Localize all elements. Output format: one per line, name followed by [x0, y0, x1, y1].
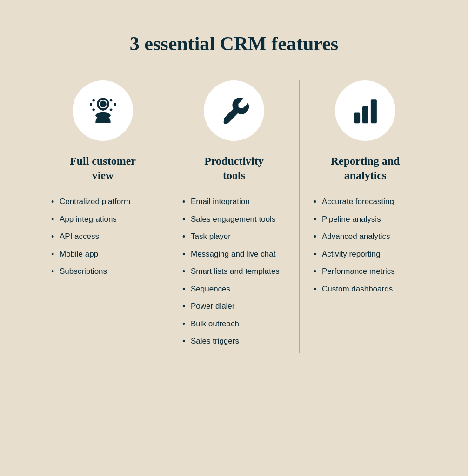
- list-item: Subscriptions: [51, 265, 154, 278]
- list-item: Mobile app: [51, 248, 154, 260]
- productivity-title: Productivitytools: [204, 154, 264, 183]
- reporting-list: Accurate forecasting Pipeline analysis A…: [314, 196, 417, 300]
- customer-view-title: Full customerview: [70, 154, 136, 183]
- list-item: Sales engagement tools: [182, 213, 286, 225]
- svg-rect-13: [362, 106, 368, 123]
- svg-rect-14: [370, 99, 376, 123]
- svg-rect-7: [92, 108, 95, 111]
- svg-rect-2: [101, 108, 105, 110]
- svg-rect-8: [109, 108, 113, 111]
- customer-view-icon-circle: [73, 80, 133, 141]
- columns-layout: Full customerview Centralized platform A…: [37, 80, 431, 353]
- list-item: Sales triggers: [182, 335, 286, 347]
- wrench-icon: [219, 96, 249, 126]
- list-item: Email integration: [182, 196, 286, 208]
- svg-rect-4: [114, 103, 116, 106]
- chart-icon: [350, 96, 381, 126]
- customer-view-list: Centralized platform App integrations AP…: [51, 196, 154, 283]
- reporting-title: Reporting andanalytics: [331, 154, 400, 183]
- column-productivity: Productivitytools Email integration Sale…: [168, 80, 300, 353]
- page-container: 3 essential CRM features: [9, 9, 459, 476]
- productivity-list: Email integration Sales engagement tools…: [182, 196, 286, 353]
- list-item: Centralized platform: [51, 196, 154, 208]
- svg-point-10: [95, 112, 111, 118]
- column-customer-view: Full customerview Centralized platform A…: [37, 80, 168, 283]
- list-item: Advanced analytics: [314, 231, 417, 243]
- svg-rect-5: [92, 99, 95, 102]
- list-item: Activity reporting: [314, 248, 417, 260]
- productivity-icon-circle: [204, 80, 264, 141]
- list-item: Custom dashboards: [314, 283, 417, 295]
- list-item: API access: [51, 231, 154, 243]
- page-title: 3 essential CRM features: [130, 33, 338, 55]
- list-item: Accurate forecasting: [314, 196, 417, 208]
- svg-rect-12: [354, 112, 360, 123]
- list-item: Power dialer: [182, 300, 286, 312]
- column-reporting: Reporting andanalytics Accurate forecast…: [300, 80, 431, 300]
- list-item: Messaging and live chat: [182, 248, 286, 260]
- list-item: Sequences: [182, 283, 286, 295]
- reporting-icon-circle: [335, 80, 395, 141]
- svg-rect-6: [109, 99, 113, 102]
- list-item: Bulk outreach: [182, 318, 286, 330]
- list-item: Task player: [182, 231, 286, 243]
- list-item: Pipeline analysis: [314, 213, 417, 225]
- list-item: App integrations: [51, 213, 154, 225]
- person-icon: [88, 96, 118, 126]
- list-item: Performance metrics: [314, 265, 417, 278]
- svg-point-9: [100, 100, 107, 107]
- list-item: Smart lists and templates: [182, 265, 286, 278]
- svg-rect-3: [90, 103, 92, 106]
- svg-rect-1: [101, 98, 105, 100]
